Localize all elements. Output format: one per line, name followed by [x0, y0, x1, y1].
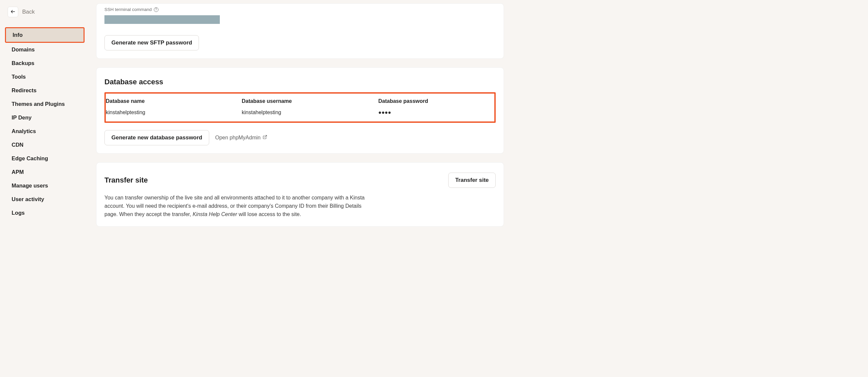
nav-item-apm[interactable]: APM [5, 165, 85, 179]
svg-line-1 [265, 136, 267, 137]
open-phpmyadmin-label: Open phpMyAdmin [215, 135, 260, 141]
open-phpmyadmin-link[interactable]: Open phpMyAdmin [215, 135, 267, 141]
sidebar: Back Info Domains Backups Tools Redirect… [0, 0, 90, 242]
generate-db-password-button[interactable]: Generate new database password [104, 130, 209, 145]
nav-item-themes-plugins[interactable]: Themes and Plugins [5, 97, 85, 111]
database-credentials-table: Database name kinstahelptesting Database… [104, 92, 496, 123]
help-icon[interactable]: ? [154, 7, 158, 12]
nav-item-domains[interactable]: Domains [5, 43, 85, 56]
back-row: Back [5, 7, 85, 27]
nav-item-info[interactable]: Info [5, 27, 85, 43]
nav-item-edge-caching[interactable]: Edge Caching [5, 152, 85, 165]
database-actions: Generate new database password Open phpM… [104, 130, 496, 145]
sftp-card: SSH terminal command ? Generate new SFTP… [96, 3, 504, 59]
nav-item-ip-deny[interactable]: IP Deny [5, 111, 85, 124]
nav-item-cdn[interactable]: CDN [5, 138, 85, 152]
transfer-site-button[interactable]: Transfer site [448, 173, 496, 188]
transfer-site-card: Transfer site Transfer site You can tran… [96, 162, 504, 227]
database-access-title: Database access [104, 78, 496, 86]
ssh-command-label: SSH terminal command [104, 7, 152, 12]
db-password-column: Database password ●●●● [378, 98, 488, 115]
nav-item-user-activity[interactable]: User activity [5, 193, 85, 206]
back-button[interactable] [8, 7, 18, 17]
generate-sftp-password-button[interactable]: Generate new SFTP password [104, 35, 199, 51]
db-name-header: Database name [106, 98, 242, 104]
back-label: Back [22, 9, 35, 15]
db-password-header: Database password [378, 98, 488, 104]
nav-item-redirects[interactable]: Redirects [5, 84, 85, 97]
transfer-description: You can transfer ownership of the live s… [104, 194, 370, 219]
nav-list: Info Domains Backups Tools Redirects The… [5, 27, 85, 220]
transfer-desc-part2: will lose access to the site. [237, 211, 301, 217]
nav-item-tools[interactable]: Tools [5, 70, 85, 84]
ssh-command-value-redacted [104, 15, 220, 24]
db-username-header: Database username [242, 98, 378, 104]
transfer-desc-sitename: Kinsta Help Center [193, 211, 237, 217]
nav-item-logs[interactable]: Logs [5, 206, 85, 220]
arrow-left-icon [10, 9, 16, 15]
database-access-card: Database access Database name kinstahelp… [96, 67, 504, 154]
db-name-column: Database name kinstahelptesting [106, 98, 242, 115]
db-username-value: kinstahelptesting [242, 110, 378, 115]
main-content: SSH terminal command ? Generate new SFTP… [90, 0, 514, 242]
external-link-icon [262, 135, 267, 141]
transfer-site-title: Transfer site [104, 176, 148, 184]
db-password-value: ●●●● [378, 110, 488, 115]
nav-item-backups[interactable]: Backups [5, 56, 85, 70]
nav-item-analytics[interactable]: Analytics [5, 124, 85, 138]
transfer-header-row: Transfer site Transfer site [104, 173, 496, 188]
ssh-command-label-row: SSH terminal command ? [104, 7, 496, 12]
nav-item-manage-users[interactable]: Manage users [5, 179, 85, 193]
db-username-column: Database username kinstahelptesting [242, 98, 378, 115]
db-name-value: kinstahelptesting [106, 110, 242, 115]
